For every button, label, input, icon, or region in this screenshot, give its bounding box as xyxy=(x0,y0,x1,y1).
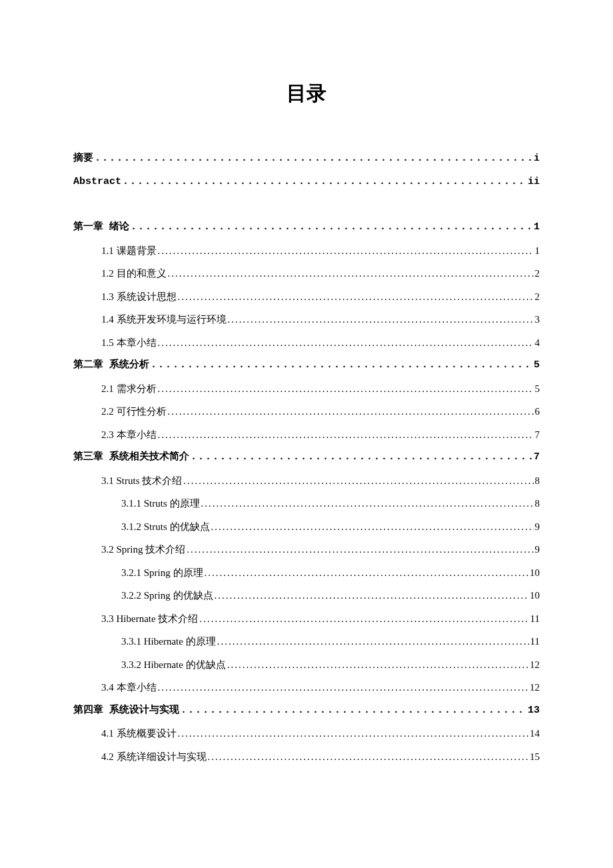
toc-entry: 2.3 本章小结7 xyxy=(101,423,540,447)
toc-leader-dots xyxy=(168,400,534,423)
toc-entry-label: 第三章 系统相关技术简介 xyxy=(73,446,189,469)
toc-entry: 4.1 系统概要设计14 xyxy=(101,722,540,745)
toc-leader-dots xyxy=(123,171,526,194)
toc-entry-label: 第四章 系统设计与实现 xyxy=(73,699,179,723)
toc-entry-label: 1.4 系统开发环境与运行环境 xyxy=(101,308,227,331)
toc-leader-dots xyxy=(183,469,533,493)
toc-entry: 第二章 系统分析5 xyxy=(73,354,540,377)
toc-leader-dots xyxy=(158,423,534,447)
toc-entry-page: 14 xyxy=(530,722,540,745)
toc-entry-label: 3.1.1 Struts 的原理 xyxy=(121,492,200,515)
toc-entry: 3.1 Struts 技术介绍8 xyxy=(101,469,540,493)
toc-entry: 3.2.1 Spring 的原理10 xyxy=(121,561,540,585)
toc-entry-label: 第一章 绪论 xyxy=(73,216,129,239)
toc-entry-label: 3.3.2 Hibernate 的优缺点 xyxy=(121,653,226,677)
toc-entry: 第三章 系统相关技术简介7 xyxy=(73,446,540,469)
toc-entry-label: 1.3 系统设计思想 xyxy=(101,285,177,309)
toc-entry-page: 4 xyxy=(535,331,540,355)
toc-entry-page: 12 xyxy=(530,653,540,677)
toc-entry-page: 11 xyxy=(530,607,540,631)
toc-leader-dots xyxy=(217,630,529,653)
toc-leader-dots xyxy=(211,515,534,539)
toc-leader-dots xyxy=(181,699,526,723)
toc-entry-page: 10 xyxy=(530,561,540,585)
toc-entry-page: 8 xyxy=(535,469,540,493)
toc-entry: 3.4 本章小结12 xyxy=(101,676,540,699)
toc-entry-label: 3.4 本章小结 xyxy=(101,676,157,699)
toc-entry-label: 3.1 Struts 技术介绍 xyxy=(101,469,182,493)
toc-leader-dots xyxy=(215,584,528,607)
toc-entry: 3.1.2 Struts 的优缺点9 xyxy=(121,515,540,539)
toc-entry-page: 5 xyxy=(534,354,540,377)
toc-entry-label: 4.1 系统概要设计 xyxy=(101,722,177,745)
toc-entry-page: 2 xyxy=(535,262,540,285)
toc-entry-page: 1 xyxy=(534,216,540,239)
toc-entry: 1.2 目的和意义2 xyxy=(101,262,540,285)
toc-leader-dots xyxy=(158,377,534,401)
toc-section-spacer xyxy=(73,193,540,216)
toc-entry: 1.4 系统开发环境与运行环境3 xyxy=(101,308,540,331)
toc-entry-page: ii xyxy=(528,171,540,194)
toc-leader-dots xyxy=(158,676,529,699)
toc-entry-page: 11 xyxy=(530,630,540,653)
toc-entry-label: Abstract xyxy=(73,171,121,194)
toc-leader-dots xyxy=(191,446,532,469)
toc-entry-page: 15 xyxy=(530,745,540,769)
toc-entry-page: 8 xyxy=(535,492,540,515)
toc-entry-label: 4.2 系统详细设计与实现 xyxy=(101,745,207,769)
toc-leader-dots xyxy=(178,722,529,745)
toc-leader-dots xyxy=(158,331,534,355)
toc-entry-label: 3.2 Spring 技术介绍 xyxy=(101,538,185,561)
toc-entry-page: 12 xyxy=(530,676,540,699)
toc-entry-label: 2.1 需求分析 xyxy=(101,377,157,401)
toc-entry: 第一章 绪论1 xyxy=(73,216,540,239)
toc-entry-page: 2 xyxy=(535,285,540,309)
toc-entry-page: 1 xyxy=(535,239,540,263)
toc-entry-label: 3.3.1 Hibernate 的原理 xyxy=(121,630,216,653)
toc-entry-label: 3.3 Hibernate 技术介绍 xyxy=(101,607,198,631)
toc-leader-dots xyxy=(151,354,532,377)
toc-entry-page: 7 xyxy=(534,446,540,469)
toc-entry-page: 10 xyxy=(530,584,540,607)
toc-leader-dots xyxy=(201,492,534,515)
toc-entry: 2.1 需求分析5 xyxy=(101,377,540,401)
toc-leader-dots xyxy=(178,285,534,309)
toc-entry: 3.3.1 Hibernate 的原理11 xyxy=(121,630,540,653)
toc-entry-label: 1.2 目的和意义 xyxy=(101,262,167,285)
toc-entry: 第四章 系统设计与实现13 xyxy=(73,699,540,723)
toc-entry: 4.2 系统详细设计与实现15 xyxy=(101,745,540,769)
toc-leader-dots xyxy=(168,262,534,285)
toc-entry: 2.2 可行性分析6 xyxy=(101,400,540,423)
toc-leader-dots xyxy=(95,147,532,171)
toc-entry-label: 2.3 本章小结 xyxy=(101,423,157,447)
toc-entry: 摘要i xyxy=(73,147,540,171)
toc-entry-page: 3 xyxy=(535,308,540,331)
toc-entry-label: 第二章 系统分析 xyxy=(73,354,149,377)
toc-entry: 1.5 本章小结4 xyxy=(101,331,540,355)
toc-entry-page: 6 xyxy=(535,400,540,423)
toc-list: 摘要iAbstractii第一章 绪论11.1 课题背景11.2 目的和意义21… xyxy=(73,147,540,768)
toc-entry: 3.3 Hibernate 技术介绍11 xyxy=(101,607,540,631)
toc-leader-dots xyxy=(199,607,528,631)
toc-entry-page: 9 xyxy=(535,515,540,539)
toc-entry: 3.3.2 Hibernate 的优缺点12 xyxy=(121,653,540,677)
toc-entry-label: 1.1 课题背景 xyxy=(101,239,157,263)
toc-leader-dots xyxy=(208,745,529,769)
toc-entry-label: 1.5 本章小结 xyxy=(101,331,157,355)
toc-entry-label: 摘要 xyxy=(73,147,93,171)
toc-entry-label: 3.1.2 Struts 的优缺点 xyxy=(121,515,210,539)
toc-entry-page: 7 xyxy=(535,423,540,447)
toc-entry-page: 5 xyxy=(535,377,540,401)
toc-entry-label: 2.2 可行性分析 xyxy=(101,400,167,423)
toc-leader-dots xyxy=(187,538,533,561)
toc-leader-dots xyxy=(227,653,528,677)
toc-entry-label: 3.2.1 Spring 的原理 xyxy=(121,561,203,585)
toc-entry-label: 3.2.2 Spring 的优缺点 xyxy=(121,584,213,607)
toc-entry: 1.1 课题背景1 xyxy=(101,239,540,263)
toc-entry: 3.2.2 Spring 的优缺点10 xyxy=(121,584,540,607)
toc-entry-page: 13 xyxy=(528,699,540,723)
toc-leader-dots xyxy=(158,239,534,263)
toc-leader-dots xyxy=(228,308,534,331)
toc-entry: Abstractii xyxy=(73,171,540,194)
toc-entry-page: 9 xyxy=(535,538,540,561)
